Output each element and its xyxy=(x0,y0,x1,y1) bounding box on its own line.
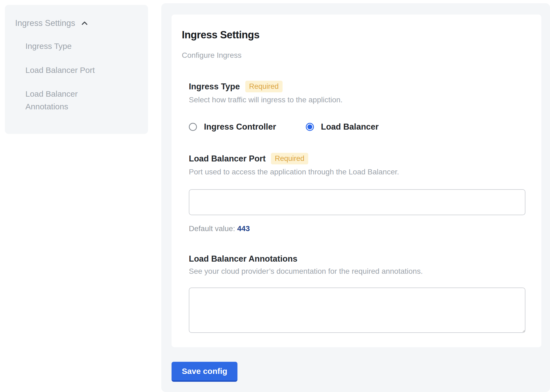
ingress-type-radio-group: Ingress Controller Load Balancer xyxy=(189,122,529,132)
required-badge: Required xyxy=(271,153,308,164)
radio-circle-ingress-controller[interactable] xyxy=(189,123,197,131)
main-panel: Ingress Settings Configure Ingress Ingre… xyxy=(161,3,550,392)
save-config-button[interactable]: Save config xyxy=(172,362,237,382)
sidebar-item-load-balancer-annotations[interactable]: Load Balancer Annotations xyxy=(25,88,120,113)
field-ingress-type: Ingress Type Required Select how traffic… xyxy=(189,81,529,132)
field-help: See your cloud provider’s documentation … xyxy=(189,267,529,276)
chevron-up-icon xyxy=(80,19,89,28)
field-label: Load Balancer Port xyxy=(189,154,266,164)
sidebar-item-list: Ingress Type Load Balancer Port Load Bal… xyxy=(15,40,137,113)
radio-label: Ingress Controller xyxy=(204,122,276,132)
field-load-balancer-annotations-header: Load Balancer Annotations xyxy=(189,254,529,264)
field-help: Port used to access the application thro… xyxy=(189,168,529,176)
radio-load-balancer[interactable]: Load Balancer xyxy=(306,122,379,132)
field-load-balancer-port-header: Load Balancer Port Required xyxy=(189,153,529,164)
sidebar-item-load-balancer-port[interactable]: Load Balancer Port xyxy=(25,64,120,77)
default-value: 443 xyxy=(237,224,250,233)
field-ingress-type-header: Ingress Type Required xyxy=(189,81,529,92)
radio-circle-load-balancer[interactable] xyxy=(306,123,314,131)
page-title: Ingress Settings xyxy=(182,29,529,41)
field-load-balancer-annotations: Load Balancer Annotations See your cloud… xyxy=(189,254,529,333)
field-load-balancer-port: Load Balancer Port Required Port used to… xyxy=(189,153,529,233)
default-value-line: Default value: 443 xyxy=(189,224,529,233)
load-balancer-port-input[interactable] xyxy=(189,189,525,215)
field-help: Select how traffic will ingress to the a… xyxy=(189,96,529,104)
radio-label: Load Balancer xyxy=(321,122,379,132)
required-badge: Required xyxy=(245,81,283,92)
fields-container: Ingress Type Required Select how traffic… xyxy=(189,81,529,333)
load-balancer-annotations-textarea[interactable] xyxy=(189,288,525,333)
field-label: Load Balancer Annotations xyxy=(189,254,297,264)
default-value-label: Default value: xyxy=(189,224,235,233)
sidebar-group-ingress-settings[interactable]: Ingress Settings xyxy=(15,18,137,28)
ingress-settings-card: Ingress Settings Configure Ingress Ingre… xyxy=(172,15,541,347)
sidebar-item-ingress-type[interactable]: Ingress Type xyxy=(25,40,120,53)
radio-ingress-controller[interactable]: Ingress Controller xyxy=(189,122,276,132)
sidebar-group-label: Ingress Settings xyxy=(15,18,75,28)
field-label: Ingress Type xyxy=(189,82,240,92)
page-subtitle: Configure Ingress xyxy=(182,51,529,60)
sidebar: Ingress Settings Ingress Type Load Balan… xyxy=(5,5,148,134)
